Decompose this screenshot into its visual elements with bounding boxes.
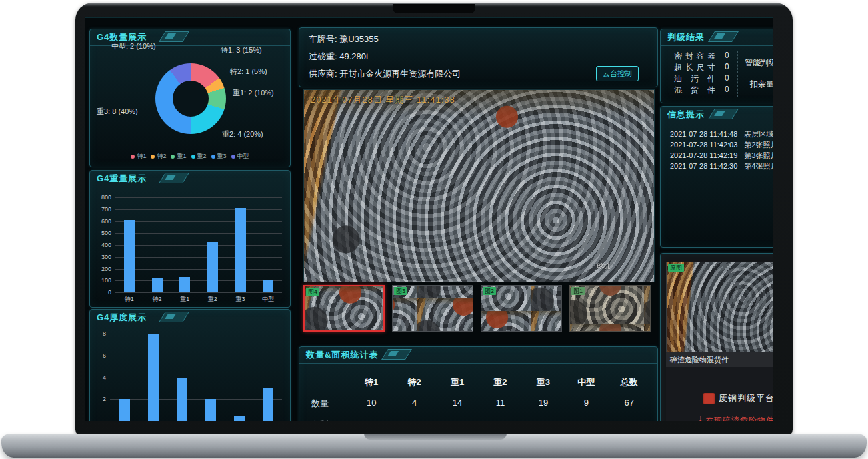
camera-notch (393, 4, 475, 13)
table-cell: ——— (479, 418, 521, 421)
thumbnail-4[interactable]: 图1 (569, 285, 651, 332)
legend-item-中型[interactable]: 中型 (231, 152, 249, 161)
weight-panel-title: G4重量展示 (90, 171, 290, 187)
gridline (115, 245, 282, 246)
legend-label: 中型 (237, 152, 249, 161)
laptop-hinge-notch (364, 434, 507, 440)
y-axis-tick: 300 (93, 254, 111, 260)
thumbnail-strip: 图4图3图2图1 (303, 285, 653, 333)
x-axis-label: 重2 (199, 295, 227, 304)
grading-panel-title: 判级结果 (661, 29, 773, 46)
bar-重3[interactable] (234, 416, 245, 421)
platform-row: 废钢判级平台 (703, 392, 773, 404)
table-header-cell: 特2 (393, 376, 435, 388)
main-photo[interactable]: 2021年07月28日 星期三 11:41:38 球机 (303, 89, 655, 282)
bar-特2[interactable] (148, 334, 159, 421)
camera-label: 球机 (597, 262, 610, 271)
grading-field-value: 0 (725, 51, 729, 62)
plate-line: 车牌号: 豫U35355 (309, 33, 657, 45)
legend-item-重2[interactable]: 重2 (191, 152, 207, 161)
quantity-legend: 特1特2重1重2重3中型 (90, 152, 290, 161)
message-text: 第3张照片表层判级 (744, 151, 773, 159)
y-axis-tick: 800 (93, 194, 111, 201)
message-item-3: 2021-07-28 11:42:19第3张照片表层判级 (670, 151, 773, 161)
table-row-label: 数量 (306, 398, 350, 410)
x-axis-label: 中型 (254, 295, 282, 304)
y-axis-tick: 8 (93, 330, 106, 337)
messages-panel-title: 信息提示 (661, 107, 773, 123)
title-decoration-icon (708, 31, 739, 42)
legend-item-特1[interactable]: 特1 (131, 152, 146, 161)
messages-title-text: 信息提示 (667, 109, 705, 119)
bar-特1[interactable] (124, 220, 135, 292)
grading-field-label: 油污件 (674, 73, 715, 85)
plate-value: 豫U35355 (339, 34, 379, 44)
grading-field-3: 油污件0 (674, 73, 743, 85)
bar-重1[interactable] (179, 277, 190, 292)
gridline (115, 233, 282, 234)
x-axis-label: 重1 (171, 295, 199, 304)
table-cell: 4 (393, 398, 435, 410)
vehicle-info-panel: 车牌号: 豫U35355 过磅重: 49.280t 供应商: 开封市金火源再生资… (299, 27, 658, 87)
supplier-value: 开封市金火源再生资源有限公司 (339, 69, 461, 79)
quantity-panel: G4数量展示 特1: 3 (15%)特2: 1 (5%)重1: 2 (10%)重… (89, 29, 291, 167)
grading-field-label: 超长尺寸 (674, 62, 715, 73)
title-decoration-icon (708, 109, 739, 119)
photo-timestamp: 2021年07月28日 星期三 11:41:38 (311, 94, 455, 106)
table-header-cell: 中型 (565, 376, 607, 388)
legend-dot-icon (131, 155, 135, 159)
title-decoration-icon (159, 31, 189, 42)
thumbnail-badge: 图1 (571, 287, 585, 295)
review-caption: 碎渣危险物混货件 (666, 352, 773, 367)
gridline (115, 257, 282, 258)
bar-重2[interactable] (207, 242, 218, 292)
bar-特2[interactable] (152, 278, 163, 292)
gridline (110, 399, 282, 400)
message-item-4: 2021-07-28 11:42:30第4张照片表层判级 (670, 161, 773, 171)
gridline (115, 280, 282, 281)
table-header-cell: 重2 (479, 376, 521, 388)
thumbnail-2[interactable]: 图3 (392, 285, 473, 332)
table-cell: ——— (350, 418, 393, 421)
legend-item-重3[interactable]: 重3 (211, 152, 227, 161)
table-row-数量: 数量104141119967 (306, 398, 651, 410)
legend-item-特2[interactable]: 特2 (151, 152, 166, 161)
gridline (115, 269, 282, 270)
platform-logo-icon (703, 393, 715, 404)
donut-callout-特1: 特1: 3 (15%) (221, 45, 262, 55)
legend-label: 特1 (137, 152, 146, 161)
bar-特1[interactable] (119, 399, 130, 421)
stats-table-title-bar: 数量&面积统计表 (299, 347, 657, 364)
review-photo[interactable]: 原图 (666, 262, 773, 354)
message-time: 2021-07-28 11:42:30 (670, 162, 737, 170)
thumbnail-3[interactable]: 图2 (481, 285, 562, 332)
table-corner-cell (306, 376, 350, 388)
grading-extra-1: 智能判级: (745, 57, 773, 69)
bar-中型[interactable] (263, 280, 273, 292)
laptop-base (1, 434, 867, 458)
message-item-2: 2021-07-28 11:42:03第2张照片表层判级 (670, 140, 773, 150)
dashboard-screen: G4数量展示 特1: 3 (15%)特2: 1 (5%)重1: 2 (10%)重… (85, 17, 773, 421)
grading-field-1: 密封容器0 (674, 51, 743, 62)
thickness-title-text: G4厚度展示 (97, 312, 147, 322)
legend-dot-icon (191, 155, 195, 159)
legend-label: 重3 (217, 152, 227, 161)
ptz-control-button[interactable]: 云台控制 (596, 66, 639, 81)
donut-callout-特2: 特2: 1 (5%) (230, 67, 267, 77)
bar-重2[interactable] (205, 399, 216, 421)
weighbridge-value: 49.280t (339, 51, 368, 61)
message-time: 2021-07-28 11:41:48 (670, 130, 737, 138)
thumbnail-1[interactable]: 图4 (303, 285, 385, 332)
grading-field-label: 混货件 (674, 85, 715, 96)
bar-重1[interactable] (177, 378, 187, 422)
platform-name: 废钢判级平台 (719, 392, 773, 404)
bar-中型[interactable] (263, 388, 273, 421)
legend-item-重1[interactable]: 重1 (171, 152, 186, 161)
donut-callout-重1: 重1: 2 (10%) (233, 88, 274, 98)
legend-dot-icon (171, 155, 175, 159)
alert-text: 未发现碎渣危险物件 (697, 415, 773, 421)
quantity-donut[interactable] (155, 63, 226, 134)
weighbridge-label: 过磅重: (309, 51, 337, 61)
bar-重3[interactable] (235, 208, 246, 292)
thumbnail-badge: 图3 (394, 287, 407, 295)
